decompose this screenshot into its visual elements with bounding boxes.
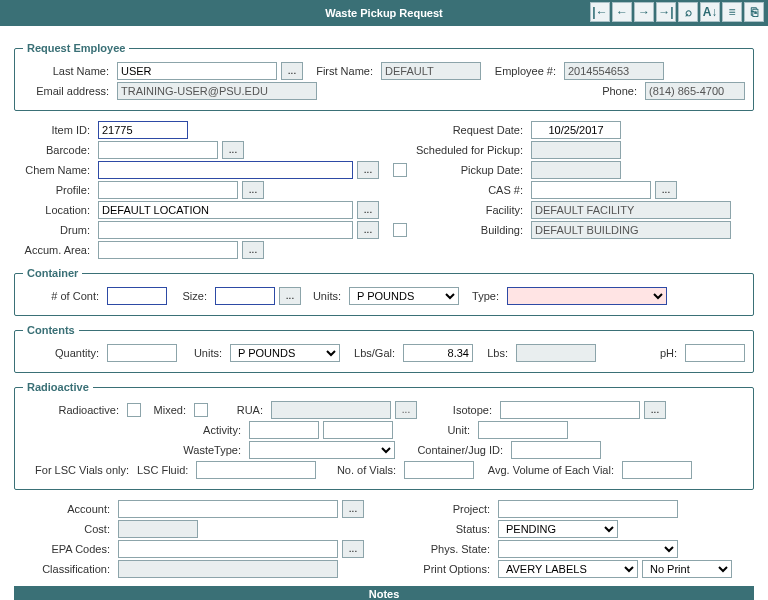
profile-input[interactable] xyxy=(98,181,238,199)
chem-name-input[interactable] xyxy=(98,161,353,179)
num-cont-label: # of Cont: xyxy=(23,290,103,302)
pickup-date-label: Pickup Date: xyxy=(407,164,527,176)
container-jug-label: Container/Jug ID: xyxy=(399,444,507,456)
lbs-gal-input[interactable] xyxy=(403,344,473,362)
num-cont-input[interactable] xyxy=(107,287,167,305)
profile-label: Profile: xyxy=(14,184,94,196)
size-input[interactable] xyxy=(215,287,275,305)
drum-lookup-button[interactable]: ... xyxy=(357,221,379,239)
waste-type-select[interactable] xyxy=(249,441,395,459)
radioactive-label: Radioactive: xyxy=(23,404,123,416)
lsc-fluid-input[interactable] xyxy=(196,461,316,479)
drum-input[interactable] xyxy=(98,221,353,239)
first-name-input xyxy=(381,62,481,80)
size-lookup-button[interactable]: ... xyxy=(279,287,301,305)
barcode-lookup-button[interactable]: ... xyxy=(222,141,244,159)
list-button[interactable]: ≡ xyxy=(722,2,742,22)
facility-input xyxy=(531,201,731,219)
contents-units-select[interactable]: P POUNDS xyxy=(230,344,340,362)
cost-label: Cost: xyxy=(14,523,114,535)
project-label: Project: xyxy=(384,503,494,515)
activity-input-2[interactable] xyxy=(323,421,393,439)
container-section: Container # of Cont: Size: ... Units: P … xyxy=(14,267,754,316)
cas-label: CAS #: xyxy=(407,184,527,196)
accum-area-input[interactable] xyxy=(98,241,238,259)
last-name-input[interactable] xyxy=(117,62,277,80)
barcode-input[interactable] xyxy=(98,141,218,159)
sort-button[interactable]: A↓ xyxy=(700,2,720,22)
type-select[interactable] xyxy=(507,287,667,305)
last-name-lookup-button[interactable]: ... xyxy=(281,62,303,80)
last-name-label: Last Name: xyxy=(23,65,113,77)
epa-lookup-button[interactable]: ... xyxy=(342,540,364,558)
activity-input-1[interactable] xyxy=(249,421,319,439)
account-input[interactable] xyxy=(118,500,338,518)
location-input[interactable] xyxy=(98,201,353,219)
radioactive-section: Radioactive Radioactive: Mixed: RUA: ...… xyxy=(14,381,754,490)
account-lookup-button[interactable]: ... xyxy=(342,500,364,518)
request-employee-section: Request Employee Last Name: ... First Na… xyxy=(14,42,754,111)
lsc-fluid-label: LSC Fluid: xyxy=(137,464,192,476)
epa-input[interactable] xyxy=(118,540,338,558)
ph-label: pH: xyxy=(651,347,681,359)
quantity-input[interactable] xyxy=(107,344,177,362)
radioactive-checkbox[interactable] xyxy=(127,403,141,417)
item-id-label: Item ID: xyxy=(14,124,94,136)
first-record-button[interactable]: |← xyxy=(590,2,610,22)
mixed-checkbox[interactable] xyxy=(194,403,208,417)
classification-input xyxy=(118,560,338,578)
print-mode-select[interactable]: No Print xyxy=(642,560,732,578)
account-label: Account: xyxy=(14,503,114,515)
copy-button[interactable]: ⎘ xyxy=(744,2,764,22)
profile-lookup-button[interactable]: ... xyxy=(242,181,264,199)
status-select[interactable]: PENDING xyxy=(498,520,618,538)
unit-input[interactable] xyxy=(478,421,568,439)
request-employee-legend: Request Employee xyxy=(23,42,129,54)
size-label: Size: xyxy=(171,290,211,302)
prev-record-button[interactable]: ← xyxy=(612,2,632,22)
isotope-input[interactable] xyxy=(500,401,640,419)
toolbar: |← ← → →| ⌕ A↓ ≡ ⎘ xyxy=(590,2,764,22)
rua-lookup-button[interactable]: ... xyxy=(395,401,417,419)
chem-name-label: Chem Name: xyxy=(14,164,94,176)
phone-label: Phone: xyxy=(591,85,641,97)
rua-label: RUA: xyxy=(212,404,267,416)
item-id-input[interactable] xyxy=(98,121,188,139)
status-label: Status: xyxy=(384,523,494,535)
project-input[interactable] xyxy=(498,500,678,518)
print-options-select[interactable]: AVERY LABELS xyxy=(498,560,638,578)
phys-state-label: Phys. State: xyxy=(384,543,494,555)
avg-vol-input[interactable] xyxy=(622,461,692,479)
contents-section: Contents Quantity: Units: P POUNDS Lbs/G… xyxy=(14,324,754,373)
quantity-label: Quantity: xyxy=(23,347,103,359)
accum-area-lookup-button[interactable]: ... xyxy=(242,241,264,259)
search-button[interactable]: ⌕ xyxy=(678,2,698,22)
last-record-button[interactable]: →| xyxy=(656,2,676,22)
building-label: Building: xyxy=(407,224,527,236)
phys-state-select[interactable] xyxy=(498,540,678,558)
cas-lookup-button[interactable]: ... xyxy=(655,181,677,199)
lbs-label: Lbs: xyxy=(477,347,512,359)
barcode-label: Barcode: xyxy=(14,144,94,156)
accum-area-label: Accum. Area: xyxy=(14,244,94,256)
building-input xyxy=(531,221,731,239)
type-label: Type: xyxy=(463,290,503,302)
isotope-lookup-button[interactable]: ... xyxy=(644,401,666,419)
chem-name-lookup-button[interactable]: ... xyxy=(357,161,379,179)
phone-input xyxy=(645,82,745,100)
no-vials-input[interactable] xyxy=(404,461,474,479)
drum-checkbox[interactable] xyxy=(393,223,407,237)
scheduled-label: Scheduled for Pickup: xyxy=(407,144,527,156)
contents-units-label: Units: xyxy=(181,347,226,359)
scheduled-input xyxy=(531,141,621,159)
drum-label: Drum: xyxy=(14,224,94,236)
pickup-date-input xyxy=(531,161,621,179)
chem-name-checkbox[interactable] xyxy=(393,163,407,177)
cas-input[interactable] xyxy=(531,181,651,199)
next-record-button[interactable]: → xyxy=(634,2,654,22)
location-lookup-button[interactable]: ... xyxy=(357,201,379,219)
request-date-input[interactable] xyxy=(531,121,621,139)
units-select[interactable]: P POUNDS xyxy=(349,287,459,305)
container-jug-input[interactable] xyxy=(511,441,601,459)
ph-input[interactable] xyxy=(685,344,745,362)
